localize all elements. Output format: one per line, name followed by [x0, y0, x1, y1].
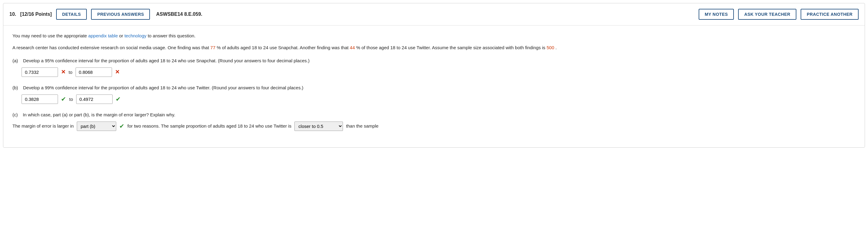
part-b-to: to: [69, 97, 73, 102]
part-a-input-row: ✕ to ✕: [22, 67, 856, 77]
part-a-input-2[interactable]: [75, 67, 112, 77]
my-notes-button[interactable]: MY NOTES: [699, 9, 734, 20]
part-a-wrong-icon-1: ✕: [61, 69, 66, 76]
part-b-text: Develop a 99% confidence interval for th…: [23, 85, 304, 90]
part-c-text-2: for two reasons. The sample proportion o…: [127, 122, 292, 130]
part-a-section: (a) Develop a 95% confidence interval fo…: [12, 57, 856, 77]
problem-text-4: .: [555, 45, 557, 50]
content-area: You may need to use the appropriate appe…: [3, 26, 865, 147]
part-c-correct-icon-1: ✔: [119, 122, 124, 130]
part-b-input-row: ✔ to ✔: [22, 94, 856, 104]
header-bar: 10. [12/16 Points] DETAILS PREVIOUS ANSW…: [3, 3, 865, 26]
part-a-input-1[interactable]: [22, 67, 58, 77]
practice-another-button[interactable]: PRACTICE ANOTHER: [801, 9, 859, 20]
intro-end: to answer this question.: [148, 33, 196, 38]
intro-text: You may need to use the appropriate appe…: [12, 32, 856, 39]
previous-answers-button[interactable]: PREVIOUS ANSWERS: [91, 9, 150, 20]
problem-text: A research center has conducted extensiv…: [12, 44, 856, 52]
part-c-dropdown-1[interactable]: part (b) part (a): [77, 122, 116, 131]
points-label: [12/16 Points]: [20, 11, 52, 17]
question-container: 10. [12/16 Points] DETAILS PREVIOUS ANSW…: [3, 3, 865, 148]
ask-teacher-button[interactable]: ASK YOUR TEACHER: [738, 9, 796, 20]
problem-text-2: % of adults aged 18 to 24 use Snapchat. …: [217, 45, 348, 50]
part-b-input-2[interactable]: [76, 94, 113, 104]
part-b-correct-icon-2: ✔: [116, 95, 121, 103]
part-b-letter: (b): [12, 85, 18, 90]
part-c-dropdown-2[interactable]: closer to 0.5 farther from 0.5: [294, 122, 343, 131]
part-c-section: (c) In which case, part (a) or part (b),…: [12, 111, 856, 131]
part-a-letter: (a): [12, 58, 18, 63]
part-b-correct-icon-1: ✔: [61, 95, 66, 103]
question-number: 10. [12/16 Points]: [9, 11, 52, 17]
problem-code: ASWSBE14 8.E.059.: [156, 11, 202, 17]
part-a-text: Develop a 95% confidence interval for th…: [23, 58, 310, 63]
part-c-text-1: The margin of error is larger in: [12, 122, 74, 130]
part-c-answer-row: The margin of error is larger in part (b…: [12, 122, 856, 131]
problem-text-3: % of those aged 18 to 24 use Twitter. As…: [356, 45, 545, 50]
part-a-label: (a) Develop a 95% confidence interval fo…: [12, 57, 856, 64]
sample-size: 500: [547, 45, 554, 50]
details-button[interactable]: DETAILS: [56, 9, 87, 20]
question-num-label: 10.: [9, 11, 16, 17]
part-b-input-1[interactable]: [22, 94, 58, 104]
technology-link[interactable]: technology: [124, 33, 147, 38]
part-c-text-3: than the sample: [346, 122, 378, 130]
intro-or: or: [119, 33, 124, 38]
part-c-letter: (c): [12, 112, 18, 117]
intro-text-start: You may need to use the appropriate: [12, 33, 87, 38]
part-b-label: (b) Develop a 99% confidence interval fo…: [12, 84, 856, 91]
part-b-section: (b) Develop a 99% confidence interval fo…: [12, 84, 856, 104]
part-a-wrong-icon-2: ✕: [115, 69, 120, 76]
pct-twitter: 44: [350, 45, 355, 50]
part-a-to: to: [69, 69, 72, 75]
part-c-text: In which case, part (a) or part (b), is …: [23, 112, 175, 117]
pct-snapchat: 77: [210, 45, 215, 50]
problem-text-1: A research center has conducted extensiv…: [12, 45, 209, 50]
appendix-table-link[interactable]: appendix table: [88, 33, 118, 38]
part-c-label: (c) In which case, part (a) or part (b),…: [12, 111, 856, 118]
